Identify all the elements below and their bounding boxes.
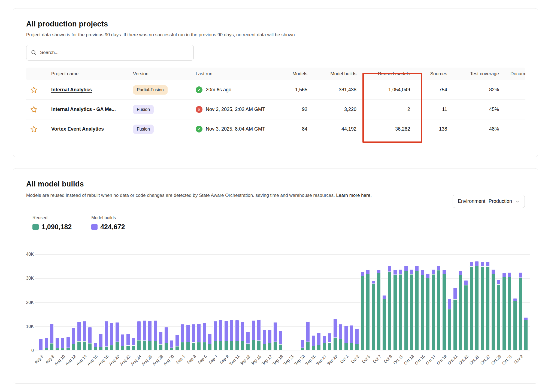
learn-more-link[interactable]: Learn more here. bbox=[336, 193, 371, 198]
bar-oct-12[interactable] bbox=[403, 254, 409, 351]
bar-sep-9[interactable] bbox=[223, 254, 229, 351]
bar-aug-18[interactable] bbox=[104, 254, 109, 351]
bar-oct-16[interactable] bbox=[425, 254, 431, 351]
bar-oct-17[interactable] bbox=[431, 254, 436, 351]
favorite-star-icon[interactable] bbox=[26, 106, 38, 113]
bar-sep-7[interactable] bbox=[213, 254, 218, 351]
bar-aug-11[interactable] bbox=[65, 254, 71, 351]
bar-sep-12[interactable] bbox=[240, 254, 245, 351]
favorite-star-icon[interactable] bbox=[26, 125, 38, 133]
bar-oct-1[interactable] bbox=[343, 254, 349, 351]
bar-sep-16[interactable] bbox=[262, 254, 267, 351]
bar-oct-6[interactable] bbox=[371, 254, 376, 351]
bar-oct-20[interactable] bbox=[447, 254, 452, 351]
bar-oct-5[interactable] bbox=[365, 254, 371, 351]
bar-sep-30[interactable] bbox=[338, 254, 343, 351]
builds-segment bbox=[301, 339, 304, 348]
bar-aug-30[interactable] bbox=[169, 254, 174, 351]
bar-sep-4[interactable] bbox=[196, 254, 202, 351]
environment-dropdown[interactable]: Environment Production bbox=[453, 195, 525, 208]
bar-aug-21[interactable] bbox=[120, 254, 125, 351]
search-box[interactable] bbox=[26, 45, 194, 61]
bar-aug-7[interactable] bbox=[44, 254, 49, 351]
bar-aug-12[interactable] bbox=[71, 254, 76, 351]
bar-oct-3[interactable] bbox=[354, 254, 360, 351]
bar-aug-19[interactable] bbox=[109, 254, 114, 351]
bar-sep-10[interactable] bbox=[229, 254, 234, 351]
bar-sep-28[interactable] bbox=[327, 254, 332, 351]
bar-aug-22[interactable] bbox=[125, 254, 131, 351]
bar-sep-5[interactable] bbox=[202, 254, 207, 351]
bar-oct-8[interactable] bbox=[382, 254, 387, 351]
bar-sep-8[interactable] bbox=[218, 254, 223, 351]
bar-oct-9[interactable] bbox=[387, 254, 392, 351]
bar-aug-29[interactable] bbox=[164, 254, 169, 351]
bar-aug-8[interactable] bbox=[49, 254, 55, 351]
bar-oct-4[interactable] bbox=[360, 254, 365, 351]
bar-aug-15[interactable] bbox=[87, 254, 93, 351]
bar-aug-28[interactable] bbox=[158, 254, 164, 351]
bar-oct-18[interactable] bbox=[436, 254, 441, 351]
bar-sep-25[interactable] bbox=[311, 254, 316, 351]
bar-aug-9[interactable] bbox=[55, 254, 60, 351]
bar-sep-29[interactable] bbox=[332, 254, 338, 351]
bar-oct-25[interactable] bbox=[474, 254, 480, 351]
bar-sep-17[interactable] bbox=[267, 254, 273, 351]
bar-aug-20[interactable] bbox=[114, 254, 120, 351]
bar-aug-10[interactable] bbox=[60, 254, 65, 351]
bar-oct-13[interactable] bbox=[409, 254, 414, 351]
bar-sep-14[interactable] bbox=[251, 254, 256, 351]
bar-aug-31[interactable] bbox=[174, 254, 180, 351]
bar-oct-21[interactable] bbox=[452, 254, 458, 351]
bar-nov-3[interactable] bbox=[523, 254, 529, 351]
bar-oct-27[interactable] bbox=[485, 254, 491, 351]
bar-oct-28[interactable] bbox=[491, 254, 496, 351]
favorite-star-icon[interactable] bbox=[26, 86, 38, 94]
bar-sep-24[interactable] bbox=[305, 254, 311, 351]
bar-oct-10[interactable] bbox=[392, 254, 398, 351]
bar-aug-25[interactable] bbox=[142, 254, 147, 351]
bar-sep-18[interactable] bbox=[273, 254, 278, 351]
bar-aug-6[interactable] bbox=[38, 254, 44, 351]
bar-nov-1[interactable] bbox=[512, 254, 518, 351]
bar-sep-13[interactable] bbox=[245, 254, 251, 351]
bar-sep-6[interactable] bbox=[207, 254, 213, 351]
bar-sep-11[interactable] bbox=[234, 254, 240, 351]
bar-oct-19[interactable] bbox=[441, 254, 447, 351]
project-name-link[interactable]: Internal Analytics bbox=[51, 87, 92, 92]
bar-aug-16[interactable] bbox=[93, 254, 98, 351]
search-input[interactable] bbox=[40, 50, 189, 55]
bar-sep-23[interactable] bbox=[300, 254, 305, 351]
bar-oct-11[interactable] bbox=[398, 254, 403, 351]
project-name-link[interactable]: Internal Analytics - GA Me... bbox=[51, 107, 116, 112]
bar-sep-1[interactable] bbox=[180, 254, 185, 351]
bar-aug-23[interactable] bbox=[131, 254, 136, 351]
bar-nov-2[interactable] bbox=[518, 254, 523, 351]
bar-aug-24[interactable] bbox=[136, 254, 142, 351]
project-name-link[interactable]: Vortex Event Analytics bbox=[51, 126, 104, 132]
bar-sep-19[interactable] bbox=[278, 254, 283, 351]
builds-segment bbox=[115, 322, 119, 342]
bar-oct-30[interactable] bbox=[501, 254, 507, 351]
bar-aug-17[interactable] bbox=[98, 254, 104, 351]
bar-oct-14[interactable] bbox=[414, 254, 420, 351]
bar-oct-23[interactable] bbox=[463, 254, 469, 351]
bar-aug-26[interactable] bbox=[147, 254, 153, 351]
bar-sep-2[interactable] bbox=[185, 254, 191, 351]
bar-sep-15[interactable] bbox=[256, 254, 262, 351]
bar-oct-24[interactable] bbox=[469, 254, 474, 351]
bar-oct-7[interactable] bbox=[376, 254, 382, 351]
bar-oct-15[interactable] bbox=[420, 254, 425, 351]
reused-segment bbox=[377, 273, 381, 351]
bar-sep-26[interactable] bbox=[316, 254, 322, 351]
bar-oct-2[interactable] bbox=[349, 254, 354, 351]
bar-sep-3[interactable] bbox=[191, 254, 196, 351]
bar-oct-29[interactable] bbox=[496, 254, 501, 351]
bar-aug-27[interactable] bbox=[153, 254, 158, 351]
bar-oct-31[interactable] bbox=[507, 254, 512, 351]
bar-aug-14[interactable] bbox=[82, 254, 87, 351]
bar-oct-26[interactable] bbox=[480, 254, 485, 351]
bar-sep-27[interactable] bbox=[322, 254, 327, 351]
bar-aug-13[interactable] bbox=[76, 254, 82, 351]
bar-oct-22[interactable] bbox=[458, 254, 463, 351]
